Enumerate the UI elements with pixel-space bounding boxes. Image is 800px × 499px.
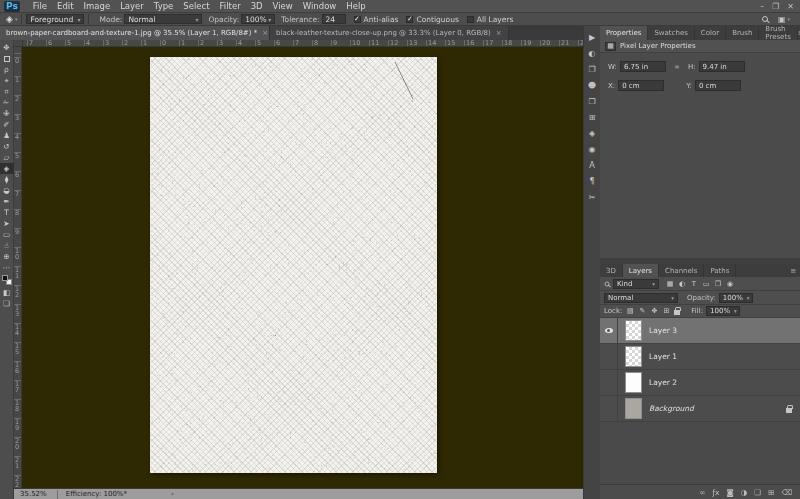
tool-path-selection[interactable]: ➤	[0, 218, 14, 229]
new-group-icon[interactable]: ❏	[754, 488, 761, 497]
visibility-toggle[interactable]	[600, 318, 618, 344]
fill-source-select[interactable]: Foreground ▾	[26, 14, 84, 24]
tab-3d[interactable]: 3D	[600, 264, 623, 277]
layer-thumbnail[interactable]	[625, 398, 642, 419]
filter-pixel-icon[interactable]: ▦	[665, 280, 675, 288]
visibility-toggle[interactable]	[600, 344, 618, 370]
tool-quick-mask[interactable]: ◧	[0, 287, 14, 298]
document-image[interactable]	[150, 57, 437, 473]
search-icon[interactable]	[762, 16, 768, 22]
new-layer-icon[interactable]: ⊞	[768, 488, 774, 497]
filter-shape-icon[interactable]: ▭	[701, 280, 711, 288]
tolerance-input[interactable]: 24	[322, 14, 346, 24]
tool-eraser[interactable]: ▱	[0, 152, 14, 163]
expand-panels-icon[interactable]: ▶	[585, 30, 600, 45]
tool-type[interactable]: T	[0, 207, 14, 218]
filter-adjustment-icon[interactable]: ◐	[677, 280, 687, 288]
close-button[interactable]: ✕	[787, 2, 794, 11]
tool-clone-stamp[interactable]: ♟	[0, 130, 14, 141]
close-icon[interactable]: ×	[262, 29, 268, 37]
tool-rectangular-marquee[interactable]	[0, 53, 14, 64]
y-field[interactable]: 0 cm	[695, 80, 741, 91]
opacity-select[interactable]: 100% ▾	[241, 14, 275, 24]
layer-row-layer2[interactable]: Layer 2	[600, 370, 800, 396]
close-icon[interactable]: ×	[496, 29, 502, 37]
menu-select[interactable]: Select	[178, 1, 214, 11]
timeline-icon[interactable]: ✂	[585, 190, 600, 205]
menu-filter[interactable]: Filter	[215, 1, 246, 11]
menu-edit[interactable]: Edit	[52, 1, 78, 11]
menu-file[interactable]: File	[28, 1, 52, 11]
document-tab-1[interactable]: brown-paper-cardboard-and-texture-1.jpg …	[0, 26, 270, 40]
paragraph-icon[interactable]: ¶	[585, 174, 600, 189]
tab-paths[interactable]: Paths	[704, 264, 736, 277]
tool-quick-selection[interactable]: ⌖	[0, 75, 14, 86]
tab-swatches[interactable]: Swatches	[648, 26, 694, 40]
visibility-toggle[interactable]	[600, 396, 618, 422]
menu-type[interactable]: Type	[149, 1, 179, 11]
tool-spot-healing-brush[interactable]: ✙	[0, 108, 14, 119]
lock-all-icon[interactable]	[674, 310, 680, 315]
adjustments-icon[interactable]: ◐	[585, 46, 600, 61]
minimize-button[interactable]: –	[760, 2, 764, 11]
restore-button[interactable]: ❐	[772, 2, 779, 11]
width-field[interactable]: 6.75 in	[620, 61, 666, 72]
x-field[interactable]: 0 cm	[618, 80, 664, 91]
histogram-icon[interactable]: ◈	[585, 126, 600, 141]
filter-type-icon[interactable]: T	[689, 280, 699, 288]
tool-history-brush[interactable]: ↺	[0, 141, 14, 152]
layer-row-layer1[interactable]: Layer 1	[600, 344, 800, 370]
checkbox-all-layers[interactable]: All Layers	[467, 15, 514, 24]
tool-pen[interactable]: ✒	[0, 196, 14, 207]
status-chevron[interactable]: ›	[171, 490, 174, 498]
tab-layers[interactable]: Layers	[623, 264, 659, 277]
menu-help[interactable]: Help	[341, 1, 370, 11]
layer-thumbnail[interactable]	[625, 346, 642, 367]
document-tab-2[interactable]: black-leather-texture-close-up.png @ 33.…	[270, 26, 509, 40]
tool-hand[interactable]: ☝	[0, 240, 14, 251]
zoom-level[interactable]: 35.52%	[14, 490, 53, 498]
layers-opacity-select[interactable]: 100% ▾	[719, 293, 753, 303]
tool-eyedropper[interactable]: ✁	[0, 97, 14, 108]
tab-brush[interactable]: Brush	[726, 26, 759, 40]
libraries-icon[interactable]: ☻	[585, 78, 600, 93]
layer-thumbnail[interactable]	[625, 320, 642, 341]
add-layer-mask-icon[interactable]: ◙	[727, 488, 734, 497]
tool-brush[interactable]: ✐	[0, 119, 14, 130]
styles-icon[interactable]: ❐	[585, 62, 600, 77]
tool-dodge[interactable]: ◒	[0, 185, 14, 196]
filter-smart-object-icon[interactable]: ❐	[713, 280, 723, 288]
new-adjustment-layer-icon[interactable]: ◑	[741, 488, 748, 497]
layer-effects-icon[interactable]: ƒx	[712, 488, 719, 497]
tab-channels[interactable]: Channels	[659, 264, 704, 277]
canvas-area[interactable]	[22, 47, 583, 488]
tool-rectangle-shape[interactable]: ▭	[0, 229, 14, 240]
clone-source-icon[interactable]: ❒	[585, 94, 600, 109]
blend-mode-select[interactable]: Normal ▾	[604, 293, 678, 303]
tool-screen-mode[interactable]: ❏	[0, 298, 14, 309]
panel-menu-icon[interactable]: ≡	[790, 264, 800, 277]
checkbox-contiguous[interactable]: ✓Contiguous	[406, 15, 458, 24]
navigator-icon[interactable]: ◉	[585, 142, 600, 157]
vertical-ruler[interactable]: 01234567891 01 11 21 31 41 51 61 71 81 9…	[14, 47, 22, 488]
delete-layer-icon[interactable]: ⌫	[781, 488, 792, 497]
lock-artboard-icon[interactable]: ⊞	[661, 307, 671, 315]
info-icon[interactable]: ⊞	[585, 110, 600, 125]
tool-preset-picker[interactable]: ◈ ▾	[6, 14, 17, 24]
visibility-toggle[interactable]	[600, 370, 618, 396]
tool-lasso[interactable]: ρ	[0, 64, 14, 75]
tool-zoom[interactable]: ⊕	[0, 251, 14, 262]
horizontal-ruler[interactable]: 7654321012345678910111213141516171819202…	[14, 40, 583, 47]
menu-3d[interactable]: 3D	[246, 1, 268, 11]
layer-row-background[interactable]: Background	[600, 396, 800, 422]
tool-paint-bucket[interactable]: ◈	[0, 163, 14, 174]
filter-toggle-icon[interactable]: ◉	[725, 280, 735, 288]
tool-crop[interactable]: ⌗	[0, 86, 14, 97]
checkbox-anti-alias[interactable]: ✓Anti-alias	[354, 15, 399, 24]
tool-color-swatches[interactable]	[0, 273, 14, 287]
tool-move[interactable]: ✥	[0, 42, 14, 53]
layer-row-layer3[interactable]: Layer 3	[600, 318, 800, 344]
filter-kind-select[interactable]: Kind ▾	[613, 279, 659, 289]
tab-color[interactable]: Color	[695, 26, 726, 40]
tab-brush-presets[interactable]: Brush Presets	[759, 26, 797, 40]
